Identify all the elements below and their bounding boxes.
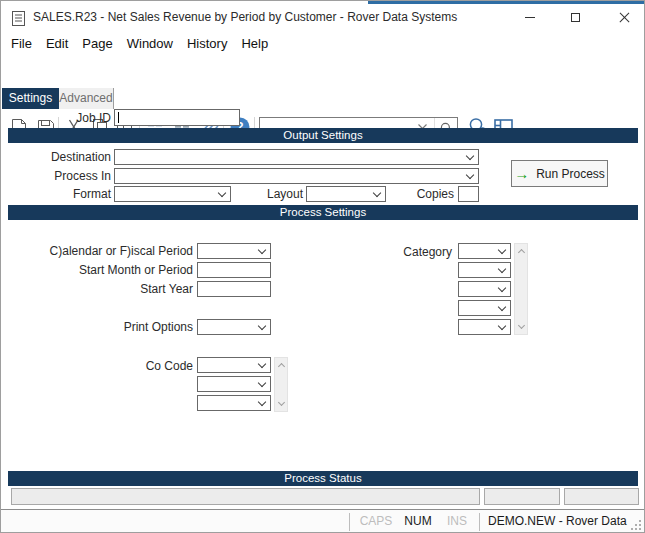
start-year-label: Start Year xyxy=(1,281,193,297)
num-indicator: NUM xyxy=(399,510,437,533)
format-label: Format xyxy=(1,186,111,202)
copies-input[interactable] xyxy=(458,186,479,202)
start-year-input[interactable] xyxy=(197,281,271,297)
category-scrollbar[interactable] xyxy=(514,243,528,335)
toolbar: ? xyxy=(1,57,644,88)
process-status-field-2 xyxy=(484,488,560,505)
scroll-down-icon[interactable] xyxy=(518,322,525,329)
menu-history[interactable]: History xyxy=(180,33,234,55)
window-title: SALES.R23 - Net Sales Revenue by Period … xyxy=(33,4,457,31)
chevron-down-icon xyxy=(498,265,506,273)
menu-window[interactable]: Window xyxy=(120,33,180,55)
layout-label: Layout xyxy=(231,186,303,202)
copies-label: Copies xyxy=(391,186,454,202)
tab-strip: Settings Advanced xyxy=(1,88,644,109)
text-caret xyxy=(118,112,119,123)
chevron-down-icon xyxy=(498,322,506,330)
process-status-header: Process Status xyxy=(8,471,638,486)
co-code-select-3[interactable] xyxy=(197,395,271,411)
start-month-input[interactable] xyxy=(197,262,271,278)
chevron-down-icon xyxy=(498,284,506,292)
chevron-down-icon xyxy=(466,152,474,160)
category-select-3[interactable] xyxy=(458,281,511,297)
process-settings-header: Process Settings xyxy=(8,205,638,220)
output-settings-header: Output Settings xyxy=(8,128,638,143)
category-select-2[interactable] xyxy=(458,262,511,278)
category-select-5[interactable] xyxy=(458,319,511,335)
app-window: SALES.R23 - Net Sales Revenue by Period … xyxy=(0,0,645,533)
scroll-up-icon[interactable] xyxy=(278,363,285,370)
run-process-label: Run Process xyxy=(536,167,605,181)
statusbar-separator xyxy=(349,513,350,531)
category-select-1[interactable] xyxy=(458,243,511,259)
chevron-down-icon xyxy=(258,398,266,406)
close-button[interactable] xyxy=(609,4,639,31)
close-icon xyxy=(619,12,630,23)
chevron-down-icon xyxy=(218,189,226,197)
co-code-select-1[interactable] xyxy=(197,357,271,373)
category-label: Category xyxy=(301,244,452,260)
tab-settings[interactable]: Settings xyxy=(2,88,59,109)
chevron-down-icon xyxy=(258,360,266,368)
job-id-input[interactable] xyxy=(114,109,240,126)
chevron-down-icon xyxy=(498,303,506,311)
menu-help[interactable]: Help xyxy=(234,33,275,55)
chevron-down-icon xyxy=(258,322,266,330)
layout-select[interactable] xyxy=(306,186,386,202)
minimize-button[interactable] xyxy=(515,4,545,31)
title-bar[interactable]: SALES.R23 - Net Sales Revenue by Period … xyxy=(1,4,644,31)
resize-grip[interactable] xyxy=(631,520,641,530)
maximize-icon xyxy=(571,13,580,22)
co-code-label: Co Code xyxy=(101,358,193,374)
menu-file[interactable]: File xyxy=(4,33,39,55)
process-status-field-3 xyxy=(564,488,639,505)
chevron-down-icon xyxy=(258,379,266,387)
tab-advanced[interactable]: Advanced xyxy=(59,88,114,109)
chevron-down-icon xyxy=(466,171,474,179)
document-icon xyxy=(12,11,25,26)
calendar-fiscal-label: C)alendar or F)iscal Period xyxy=(1,243,193,259)
chevron-down-icon xyxy=(498,246,506,254)
menu-page[interactable]: Page xyxy=(75,33,119,55)
scroll-up-icon[interactable] xyxy=(518,249,525,256)
category-select-4[interactable] xyxy=(458,300,511,316)
co-code-select-2[interactable] xyxy=(197,376,271,392)
format-select[interactable] xyxy=(114,186,231,202)
run-process-button[interactable]: → Run Process xyxy=(511,160,608,187)
destination-label: Destination xyxy=(1,149,111,165)
maximize-button[interactable] xyxy=(560,4,590,31)
co-code-scrollbar[interactable] xyxy=(274,357,288,412)
menu-edit[interactable]: Edit xyxy=(39,33,75,55)
scroll-down-icon[interactable] xyxy=(278,399,285,406)
caps-indicator: CAPS xyxy=(355,510,397,533)
menu-bar: File Edit Page Window History Help xyxy=(1,31,644,57)
process-status-field-1 xyxy=(11,488,480,505)
ins-indicator: INS xyxy=(441,510,473,533)
process-in-label: Process In xyxy=(1,168,111,184)
workspace-label: DEMO.NEW - Rover Data Systems xyxy=(488,510,633,533)
print-options-label: Print Options xyxy=(1,319,193,335)
run-arrow-icon: → xyxy=(514,166,529,181)
minimize-icon xyxy=(525,17,535,18)
print-options-select[interactable] xyxy=(197,319,271,335)
statusbar-separator xyxy=(479,513,480,531)
job-id-label: Job ID xyxy=(1,110,111,126)
status-bar: CAPS NUM INS DEMO.NEW - Rover Data Syste… xyxy=(1,509,644,533)
chevron-down-icon xyxy=(373,189,381,197)
start-month-label: Start Month or Period xyxy=(1,262,193,278)
destination-select[interactable] xyxy=(114,149,479,165)
chevron-down-icon xyxy=(258,246,266,254)
calendar-fiscal-select[interactable] xyxy=(197,243,271,259)
process-in-select[interactable] xyxy=(114,168,479,184)
